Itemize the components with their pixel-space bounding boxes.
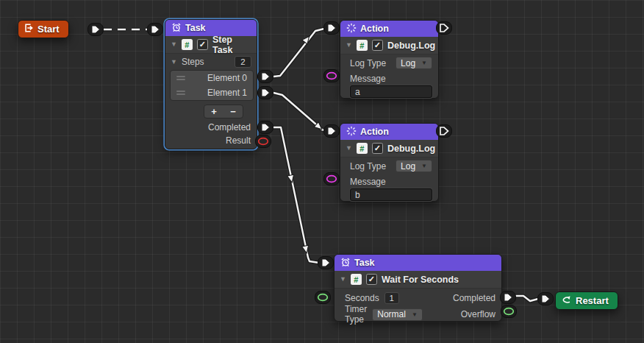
script-name: Step Task	[212, 35, 251, 55]
port-action2-input[interactable]	[323, 124, 340, 138]
foldout-icon[interactable]: ▼	[171, 41, 177, 48]
list-add-remove: + −	[204, 105, 243, 119]
result-port-label: Result	[165, 134, 257, 147]
script-name: Wait For Seconds	[382, 275, 459, 285]
list-item[interactable]: Element 1	[171, 85, 253, 100]
caret-down-icon: ▼	[421, 60, 427, 66]
port-start-output[interactable]	[87, 23, 104, 36]
port-action1-message-input[interactable]	[323, 69, 340, 82]
script-hash-icon: #	[182, 39, 193, 50]
connection-element0-action1	[273, 29, 324, 77]
script-hash-icon: #	[357, 143, 368, 154]
completed-port-label: Completed	[165, 121, 257, 134]
node-header[interactable]: Task	[334, 255, 501, 271]
completed-port-label: Completed	[453, 293, 495, 303]
node-start[interactable]: Start	[18, 20, 69, 38]
foldout-icon[interactable]: ▼	[346, 145, 352, 152]
port-waittask-input[interactable]	[318, 256, 334, 269]
enabled-checkbox[interactable]: ✓	[197, 39, 208, 50]
node-title: Task	[185, 23, 206, 33]
port-steptask-completed-output[interactable]	[257, 121, 273, 134]
timer-type-dropdown[interactable]: Normal ▼	[372, 308, 423, 321]
message-input[interactable]: a	[350, 85, 432, 98]
node-action-1[interactable]: Action ▼ # ✓ Debug.Log Log Type Log ▼ Me…	[340, 20, 439, 99]
remove-element-button[interactable]: −	[223, 105, 243, 118]
burst-icon	[346, 23, 357, 35]
node-wait-task[interactable]: Task ▼ # ✓ Wait For Seconds Seconds 1 Co…	[334, 254, 502, 322]
enabled-checkbox[interactable]: ✓	[372, 143, 383, 154]
port-restart-input[interactable]	[537, 292, 554, 305]
enabled-checkbox[interactable]: ✓	[366, 274, 377, 285]
port-element0-output[interactable]	[257, 70, 273, 83]
port-result-output[interactable]	[255, 135, 271, 148]
node-step-task[interactable]: Task ▼ # ✓ Step Task ▼ Steps 2 Element 0…	[165, 19, 257, 149]
connection-waitcompleted-restart	[515, 296, 538, 301]
port-action1-output[interactable]	[436, 21, 452, 35]
alarm-clock-icon	[340, 257, 351, 269]
port-action1-input[interactable]	[323, 21, 340, 35]
port-action2-message-input[interactable]	[323, 172, 340, 185]
node-header[interactable]: Action	[340, 21, 438, 37]
list-item[interactable]: Element 0	[171, 71, 253, 85]
node-title: Action	[360, 127, 389, 137]
element-label: Element 1	[190, 88, 247, 98]
log-type-label: Log Type	[350, 58, 386, 68]
steps-list: Element 0 Element 1	[170, 70, 254, 101]
script-hash-icon: #	[357, 40, 368, 51]
drag-handle-icon[interactable]	[176, 91, 185, 95]
overflow-port-label: Overflow	[461, 309, 495, 319]
log-type-label: Log Type	[350, 161, 386, 172]
caret-down-icon: ▼	[421, 163, 427, 169]
port-steptask-input[interactable]	[147, 23, 163, 36]
log-type-dropdown[interactable]: Log ▼	[396, 57, 432, 69]
seconds-input[interactable]: 1	[384, 292, 399, 304]
add-element-button[interactable]: +	[204, 105, 223, 118]
foldout-icon[interactable]: ▼	[346, 42, 352, 49]
node-restart[interactable]: Restart	[555, 291, 618, 310]
script-name: Debug.Log	[387, 144, 435, 154]
steps-label: Steps	[182, 57, 204, 67]
connection-element1-action2	[273, 93, 326, 132]
graph-canvas[interactable]: Start Task ▼ # ✓ Step Task ▼ Steps 2	[0, 0, 644, 343]
port-waittask-completed-output[interactable]	[500, 291, 516, 304]
node-title: Task	[354, 258, 375, 268]
steps-value-field[interactable]: 2	[235, 56, 251, 68]
port-seconds-input[interactable]	[315, 291, 331, 304]
foldout-icon[interactable]: ▼	[340, 276, 346, 283]
node-header[interactable]: Action	[340, 124, 438, 140]
element-label: Element 0	[190, 73, 247, 83]
script-hash-icon: #	[351, 274, 362, 285]
node-title: Start	[37, 24, 60, 35]
enter-icon	[24, 23, 34, 35]
node-title: Action	[360, 24, 389, 34]
message-label: Message	[340, 172, 438, 187]
alarm-clock-icon	[171, 22, 182, 35]
restart-loop-icon	[561, 295, 572, 307]
seconds-label: Seconds	[345, 293, 379, 303]
message-label: Message	[340, 69, 438, 84]
burst-icon	[346, 126, 357, 138]
port-element1-output[interactable]	[257, 86, 273, 99]
port-action2-output[interactable]	[436, 124, 452, 138]
foldout-icon[interactable]: ▼	[171, 59, 177, 66]
message-input[interactable]: b	[350, 188, 432, 201]
script-name: Debug.Log	[387, 40, 435, 51]
connection-completed-waittask	[273, 127, 319, 263]
drag-handle-icon[interactable]	[176, 76, 185, 80]
node-title: Restart	[576, 295, 609, 306]
timer-type-label: Timer Type	[345, 304, 367, 325]
caret-down-icon: ▼	[412, 311, 418, 318]
node-action-2[interactable]: Action ▼ # ✓ Debug.Log Log Type Log ▼ Me…	[340, 123, 439, 202]
log-type-dropdown[interactable]: Log ▼	[396, 160, 432, 172]
port-overflow-output[interactable]	[501, 305, 517, 318]
enabled-checkbox[interactable]: ✓	[372, 40, 383, 51]
